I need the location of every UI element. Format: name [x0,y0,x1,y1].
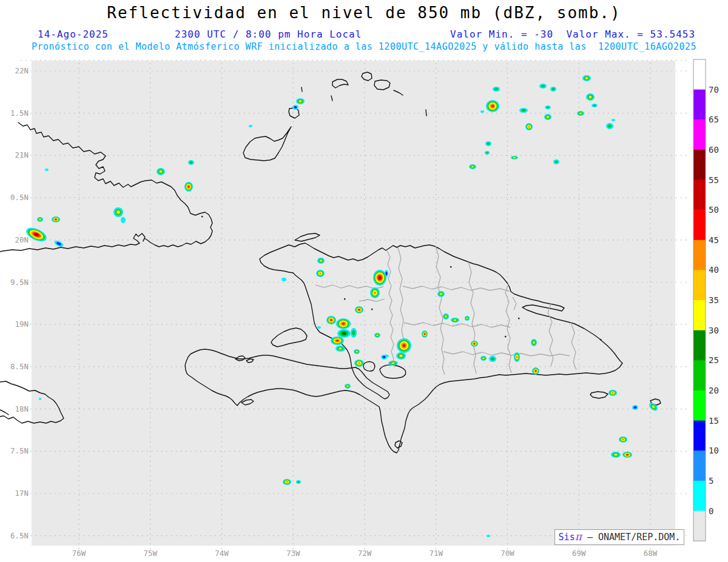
credit-agency: ONAMET/REP.DOM. [593,532,681,543]
svg-text:20N: 20N [15,235,29,244]
svg-text:19N: 19N [15,319,29,329]
svg-text:1.5N: 1.5N [10,109,29,118]
svg-text:15: 15 [709,416,719,426]
svg-text:40: 40 [709,265,719,275]
svg-text:73W: 73W [286,549,300,558]
svg-text:72W: 72W [358,549,372,558]
svg-text:0: 0 [709,506,713,516]
svg-text:22N: 22N [15,66,29,75]
svg-text:17N: 17N [15,489,29,498]
svg-text:55: 55 [709,175,719,185]
svg-text:7.5N: 7.5N [10,446,29,455]
credit-badge: Sisπ – ONAMET/REP.DOM. [554,529,684,545]
svg-text:18N: 18N [15,404,29,413]
svg-text:75W: 75W [143,549,157,558]
svg-text:5: 5 [709,476,713,486]
svg-text:69W: 69W [572,549,586,558]
svg-text:70W: 70W [500,549,514,558]
svg-text:0.5N: 0.5N [10,193,29,202]
svg-text:10: 10 [709,446,719,455]
credit-sis: Sis [559,532,575,543]
svg-text:60: 60 [709,145,719,155]
model-domain-background [32,61,675,546]
colorbar: 7065605550454035302520151050 [693,59,719,541]
svg-text:70: 70 [709,85,719,95]
svg-text:25: 25 [709,355,719,365]
svg-text:35: 35 [709,295,719,305]
map-canvas: 22N1.5N21N0.5N20N9.5N19N8.5N18N7.5N17N6.… [0,0,728,562]
svg-text:8.5N: 8.5N [10,362,29,371]
svg-text:21N: 21N [15,150,29,159]
weather-map-figure: Reflectividad en el nivel de 850 mb (dBZ… [0,0,728,562]
svg-text:50: 50 [709,205,719,215]
svg-text:9.5N: 9.5N [10,278,29,287]
pi-symbol: π [575,530,582,543]
svg-text:65: 65 [709,115,719,124]
svg-text:74W: 74W [215,549,229,558]
svg-text:30: 30 [709,326,719,335]
svg-text:20: 20 [709,386,719,395]
svg-text:71W: 71W [429,549,443,558]
credit-dash: – [587,532,593,543]
svg-text:45: 45 [709,235,719,245]
svg-text:76W: 76W [72,549,86,558]
svg-text:6.5N: 6.5N [10,531,29,540]
svg-text:68W: 68W [644,549,658,558]
